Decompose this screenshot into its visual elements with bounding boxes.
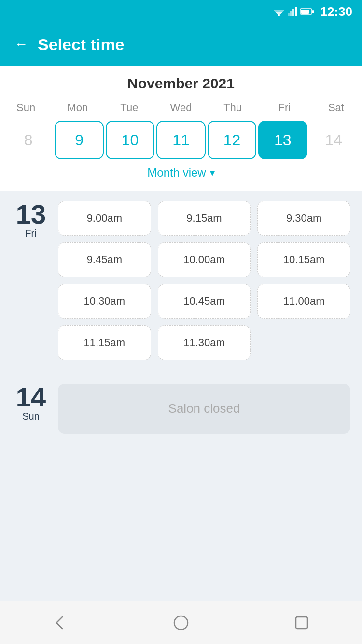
svg-rect-12 xyxy=(296,617,307,629)
time-slot-10-00am[interactable]: 10.00am xyxy=(158,242,251,277)
day-block-14: 14SunSalon closed xyxy=(12,372,350,434)
status-time: 12:30 xyxy=(320,4,353,19)
time-slot-11-30am[interactable]: 11.30am xyxy=(158,325,251,360)
svg-rect-10 xyxy=(301,10,309,14)
salon-closed-box: Salon closed xyxy=(58,384,350,434)
slots-grid-13: 9.00am9.15am9.30am9.45am10.00am10.15am10… xyxy=(58,201,350,360)
calendar-section: November 2021 Sun Mon Tue Wed Thu Fri Sa… xyxy=(0,66,362,191)
svg-point-3 xyxy=(278,14,280,16)
date-cell-13[interactable]: 13 xyxy=(258,121,307,159)
day-header-14: 14SunSalon closed xyxy=(12,384,350,434)
back-nav-icon xyxy=(52,614,69,631)
time-slot-9-30am[interactable]: 9.30am xyxy=(257,201,350,236)
recent-nav-button[interactable] xyxy=(291,612,312,633)
home-nav-button[interactable] xyxy=(170,612,192,633)
date-cell-10[interactable]: 10 xyxy=(106,121,154,159)
date-cell-8: 8 xyxy=(4,121,53,159)
back-nav-button[interactable] xyxy=(50,612,71,633)
app-header: ← Select time xyxy=(0,23,362,66)
weekday-mon: Mon xyxy=(52,99,103,116)
page-title: Select time xyxy=(38,35,125,54)
time-slot-11-15am[interactable]: 11.15am xyxy=(58,325,151,360)
date-cell-9[interactable]: 9 xyxy=(55,121,103,159)
day-header-13: 13Fri9.00am9.15am9.30am9.45am10.00am10.1… xyxy=(12,201,350,360)
date-cell-14: 14 xyxy=(309,121,358,159)
status-bar: 12:30 xyxy=(0,0,362,23)
day-number-14: 14 xyxy=(16,384,46,411)
dates-row: 891011121314 xyxy=(0,121,362,159)
back-button[interactable]: ← xyxy=(14,38,28,51)
weekday-fri: Fri xyxy=(259,99,310,116)
signal-icon xyxy=(288,7,297,16)
days-container: 13Fri9.00am9.15am9.30am9.45am10.00am10.1… xyxy=(12,201,350,434)
month-view-label: Month view xyxy=(147,166,206,180)
time-slot-11-00am[interactable]: 11.00am xyxy=(257,284,350,319)
recent-nav-icon xyxy=(293,614,310,631)
bottom-nav xyxy=(0,601,362,644)
salon-closed-text: Salon closed xyxy=(168,401,240,416)
month-view-toggle[interactable]: Month view ▾ xyxy=(0,159,362,186)
chevron-down-icon: ▾ xyxy=(210,167,215,179)
weekday-wed: Wed xyxy=(155,99,207,116)
day-block-13: 13Fri9.00am9.15am9.30am9.45am10.00am10.1… xyxy=(12,201,350,360)
time-slot-10-15am[interactable]: 10.15am xyxy=(257,242,350,277)
svg-rect-7 xyxy=(295,7,297,16)
svg-rect-5 xyxy=(290,11,292,16)
time-slot-9-15am[interactable]: 9.15am xyxy=(158,201,251,236)
day-number-label-14: 14Sun xyxy=(12,384,50,422)
svg-point-11 xyxy=(174,616,188,630)
day-name-13: Fri xyxy=(25,228,36,239)
time-slot-9-00am[interactable]: 9.00am xyxy=(58,201,151,236)
svg-rect-6 xyxy=(292,9,294,16)
time-slots-section: 13Fri9.00am9.15am9.30am9.45am10.00am10.1… xyxy=(0,191,362,601)
day-number-13: 13 xyxy=(16,201,46,228)
date-cell-11[interactable]: 11 xyxy=(156,121,205,159)
home-nav-icon xyxy=(172,614,190,631)
weekday-sun: Sun xyxy=(0,99,52,116)
time-slot-10-45am[interactable]: 10.45am xyxy=(158,284,251,319)
weekday-row: Sun Mon Tue Wed Thu Fri Sat xyxy=(0,99,362,116)
day-name-14: Sun xyxy=(22,411,40,422)
svg-rect-9 xyxy=(312,10,314,13)
day-number-label-13: 13Fri xyxy=(12,201,50,239)
weekday-tue: Tue xyxy=(103,99,155,116)
wifi-icon xyxy=(273,7,285,16)
battery-icon xyxy=(300,8,314,15)
svg-rect-4 xyxy=(288,13,290,16)
month-label: November 2021 xyxy=(0,75,362,92)
time-slot-9-45am[interactable]: 9.45am xyxy=(58,242,151,277)
time-slot-10-30am[interactable]: 10.30am xyxy=(58,284,151,319)
weekday-sat: Sat xyxy=(310,99,362,116)
date-cell-12[interactable]: 12 xyxy=(208,121,256,159)
status-icons xyxy=(273,7,314,16)
weekday-thu: Thu xyxy=(207,99,259,116)
